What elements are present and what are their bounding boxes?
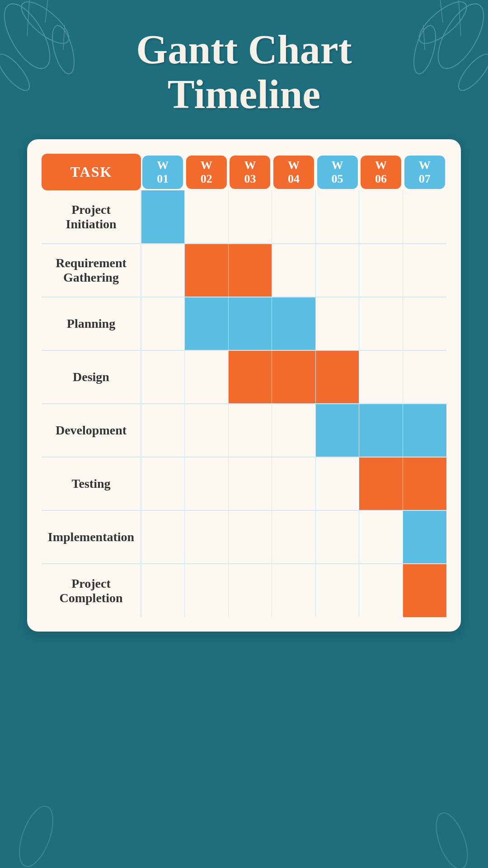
svg-point-14 [13,802,60,868]
table-row: Project Completion [42,564,446,617]
task-header: TASK [42,154,141,190]
cell-r6-c3 [272,510,316,564]
cell-r6-c5 [359,510,403,564]
task-name-4: Development [42,404,141,457]
cell-r7-c2 [228,564,272,617]
week-header-2: W02 [185,154,229,190]
cell-r5-c3 [272,457,316,510]
cell-r5-c2 [228,457,272,510]
task-name-7: Project Completion [42,564,141,617]
cell-r2-c4 [315,297,359,350]
cell-r6-c1 [185,510,229,564]
cell-r2-c3 [272,297,316,350]
cell-r7-c5 [359,564,403,617]
week-header-3: W03 [228,154,272,190]
cell-r3-c0 [141,350,185,404]
table-row: Design [42,350,446,404]
cell-r3-c1 [185,350,229,404]
cell-r4-c5 [359,404,403,457]
cell-r1-c0 [141,244,185,297]
cell-r2-c5 [359,297,403,350]
cell-r2-c0 [141,297,185,350]
cell-r7-c0 [141,564,185,617]
cell-r7-c4 [315,564,359,617]
cell-r7-c3 [272,564,316,617]
week-header-5: W05 [315,154,359,190]
cell-r5-c1 [185,457,229,510]
cell-r0-c4 [315,190,359,244]
cell-r0-c6 [403,190,446,244]
cell-r2-c1 [185,297,229,350]
week-header-6: W06 [359,154,403,190]
table-row: Planning [42,297,446,350]
cell-r6-c2 [228,510,272,564]
cell-r1-c3 [272,244,316,297]
cell-r6-c0 [141,510,185,564]
table-row: Project Initiation [42,190,446,244]
cell-r3-c2 [228,350,272,404]
cell-r6-c6 [403,510,446,564]
cell-r5-c6 [403,457,446,510]
cell-r1-c6 [403,244,446,297]
cell-r4-c0 [141,404,185,457]
page-title: Gantt Chart Timeline [136,27,352,117]
svg-point-15 [430,809,474,868]
cell-r1-c4 [315,244,359,297]
page-content: Gantt Chart Timeline TASK W01W02W03W04W0… [0,0,488,632]
task-name-0: Project Initiation [42,190,141,244]
task-name-6: Implementation [42,510,141,564]
task-name-2: Planning [42,297,141,350]
table-row: Development [42,404,446,457]
gantt-table: TASK W01W02W03W04W05W06W07 Project Initi… [42,154,446,617]
cell-r0-c0 [141,190,185,244]
cell-r3-c5 [359,350,403,404]
table-row: Implementation [42,510,446,564]
task-name-3: Design [42,350,141,404]
cell-r3-c4 [315,350,359,404]
week-header-7: W07 [403,154,446,190]
cell-r2-c6 [403,297,446,350]
cell-r7-c6 [403,564,446,617]
chart-container: TASK W01W02W03W04W05W06W07 Project Initi… [27,139,461,632]
cell-r0-c3 [272,190,316,244]
cell-r3-c3 [272,350,316,404]
cell-r7-c1 [185,564,229,617]
cell-r1-c2 [228,244,272,297]
cell-r4-c4 [315,404,359,457]
cell-r4-c2 [228,404,272,457]
cell-r0-c2 [228,190,272,244]
cell-r5-c0 [141,457,185,510]
cell-r0-c5 [359,190,403,244]
week-header-1: W01 [141,154,185,190]
cell-r6-c4 [315,510,359,564]
task-name-1: Requirement Gathering [42,244,141,297]
cell-r2-c2 [228,297,272,350]
cell-r5-c4 [315,457,359,510]
cell-r4-c3 [272,404,316,457]
task-name-5: Testing [42,457,141,510]
cell-r1-c1 [185,244,229,297]
table-row: Requirement Gathering [42,244,446,297]
cell-r5-c5 [359,457,403,510]
cell-r0-c1 [185,190,229,244]
cell-r3-c6 [403,350,446,404]
cell-r1-c5 [359,244,403,297]
cell-r4-c1 [185,404,229,457]
cell-r4-c6 [403,404,446,457]
week-header-4: W04 [272,154,316,190]
table-row: Testing [42,457,446,510]
